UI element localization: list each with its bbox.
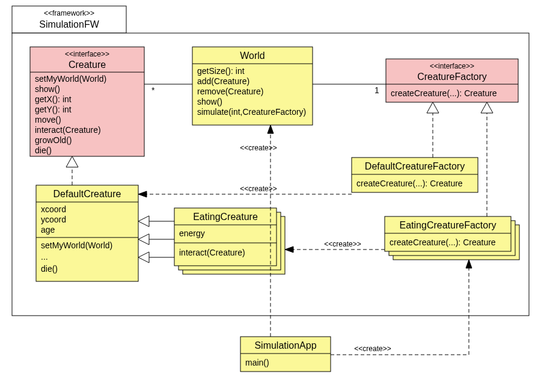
svg-text:<<create>>: <<create>>: [240, 185, 277, 193]
svg-text:xcoord: xcoord: [41, 204, 66, 214]
svg-text:age: age: [41, 225, 55, 234]
svg-text:createCreature(...): Creature: createCreature(...): Creature: [390, 237, 496, 247]
svg-text:DefaultCreatureFactory: DefaultCreatureFactory: [365, 161, 465, 171]
svg-text:show(): show(): [35, 84, 60, 94]
uml-diagram: <<framework>> SimulationFW <<interface>>…: [0, 0, 538, 392]
svg-text:ycoord: ycoord: [41, 215, 66, 224]
svg-text:...: ...: [41, 252, 48, 262]
svg-text:main(): main(): [245, 358, 269, 367]
class-defaultcreature: DefaultCreature xcoord ycoord age setMyW…: [36, 185, 138, 281]
svg-text:createCreature(...): Creature: createCreature(...): Creature: [356, 179, 463, 188]
svg-text:<<interface>>: <<interface>>: [65, 50, 109, 58]
svg-text:createCreature(...): Creature: createCreature(...): Creature: [391, 88, 497, 98]
svg-text:EatingCreature: EatingCreature: [193, 212, 258, 222]
class-world: World getSize(): int add(Creature) remov…: [192, 47, 313, 125]
svg-text:<<create>>: <<create>>: [240, 144, 277, 152]
svg-text:<<interface>>: <<interface>>: [430, 62, 474, 70]
svg-text:die(): die(): [41, 264, 58, 274]
class-eatingcreaturefactory: EatingCreatureFactory createCreature(...…: [385, 216, 519, 260]
svg-text:DefaultCreature: DefaultCreature: [53, 189, 121, 199]
multiplicity-one: 1: [374, 85, 379, 95]
svg-text:energy: energy: [179, 228, 205, 238]
svg-text:getSize(): int: getSize(): int: [197, 66, 245, 76]
svg-text:setMyWorld(World): setMyWorld(World): [35, 74, 106, 84]
svg-text:World: World: [240, 51, 265, 61]
svg-text:<<create>>: <<create>>: [354, 345, 391, 353]
svg-text:move(): move(): [35, 115, 61, 124]
svg-text:EatingCreatureFactory: EatingCreatureFactory: [400, 220, 497, 230]
svg-text:Creature: Creature: [69, 60, 106, 70]
svg-text:getY(): int: getY(): int: [35, 105, 72, 114]
svg-text:CreatureFactory: CreatureFactory: [417, 72, 487, 82]
class-defaultcreaturefactory: DefaultCreatureFactory createCreature(..…: [352, 158, 478, 192]
svg-text:add(Creature): add(Creature): [197, 76, 249, 86]
class-creature: <<interface>> Creature setMyWorld(World)…: [30, 47, 144, 156]
svg-text:growOld(): growOld(): [35, 135, 72, 145]
class-eatingcreature: EatingCreature energy interact(Creature): [174, 208, 285, 274]
svg-text:setMyWorld(World): setMyWorld(World): [41, 240, 112, 250]
svg-text:<<create>>: <<create>>: [324, 240, 361, 248]
package-stereotype: <<framework>>: [44, 9, 94, 17]
svg-text:show(): show(): [197, 97, 222, 106]
svg-text:die(): die(): [35, 145, 52, 155]
class-creaturefactory: <<interface>> CreatureFactory createCrea…: [386, 59, 518, 102]
class-simulationapp: SimulationApp main(): [240, 337, 331, 372]
svg-text:interact(Creature): interact(Creature): [179, 248, 245, 257]
svg-text:interact(Creature): interact(Creature): [35, 125, 101, 135]
multiplicity-star: *: [151, 85, 155, 95]
svg-text:simulate(int,CreatureFactory): simulate(int,CreatureFactory): [197, 107, 306, 117]
svg-text:getX(): int: getX(): int: [35, 94, 72, 104]
svg-text:SimulationApp: SimulationApp: [254, 340, 316, 351]
svg-text:remove(Creature): remove(Creature): [197, 87, 263, 96]
package-name: SimulationFW: [39, 19, 99, 29]
